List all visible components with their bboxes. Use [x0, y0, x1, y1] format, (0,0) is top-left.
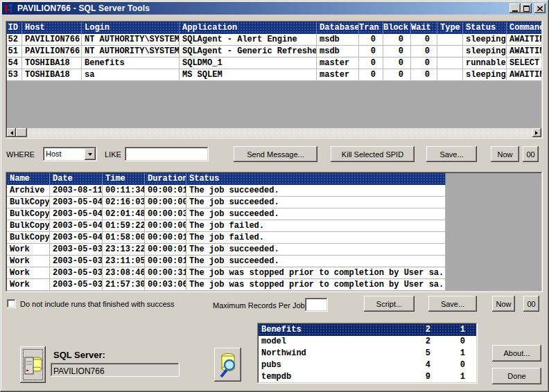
table-row[interactable]: 51PAVILION766NT AUTHORITY\SYSTEMSQLAgent… [7, 46, 541, 57]
app-window: PAVILION766 - SQL Server Tools IDHostLog… [0, 0, 549, 392]
now-refresh-button[interactable]: Now [491, 146, 519, 162]
cell: SELECT [507, 57, 541, 69]
table-row[interactable]: Work2003-05-0321:57:3000:03:06The job wa… [7, 279, 446, 291]
list-item[interactable]: Benefits21 [259, 324, 476, 336]
table-row[interactable]: BulkCopy2003-05-0401:58:0000:00:01The jo… [7, 232, 446, 244]
maximize-button[interactable] [521, 3, 532, 13]
cell: AWAITING COMMAND [507, 34, 541, 46]
cell: 0 [383, 46, 411, 57]
cell: 01:58:00 [103, 232, 145, 244]
database-search-button[interactable] [214, 348, 241, 382]
about-button[interactable]: About... [492, 345, 541, 362]
like-input[interactable] [125, 147, 209, 161]
database-count-2: 0 [439, 336, 465, 347]
scroll-right-button[interactable] [532, 128, 541, 137]
kill-selected-spid-button[interactable]: Kill Selected SPID [331, 146, 415, 162]
close-icon [537, 6, 543, 11]
dropdown-button[interactable] [85, 148, 96, 160]
cell [437, 46, 463, 57]
where-label: WHERE [6, 150, 35, 159]
cell [437, 57, 463, 69]
database-name: model [261, 337, 286, 346]
save-jobs-button[interactable]: Save... [428, 296, 477, 312]
scroll-left-button[interactable] [7, 128, 16, 137]
table-row[interactable]: Work2003-05-0323:13:2200:00:01The job su… [7, 244, 446, 256]
list-item[interactable]: pubs40 [259, 359, 476, 371]
cell: 54 [7, 57, 22, 69]
minimize-button[interactable] [509, 3, 521, 13]
where-field-dropdown[interactable]: Host [43, 147, 97, 161]
sql-server-icon-button[interactable] [20, 346, 46, 383]
server-name-field[interactable] [51, 363, 180, 377]
cell: sleeping [463, 69, 507, 81]
table-row[interactable]: 52PAVILION766NT AUTHORITY\SYSTEMSQLAgent… [7, 34, 541, 46]
cell: NT AUTHORITY\SYSTEM [82, 34, 180, 46]
column-header: Duration [145, 173, 186, 185]
cell: 23:13:22 [103, 244, 145, 256]
titlebar[interactable]: PAVILION766 - SQL Server Tools [2, 2, 547, 15]
exclude-success-checkbox[interactable] [7, 299, 16, 308]
cell: TOSHIBA18 [22, 69, 82, 81]
database-name: tempdb [261, 372, 291, 382]
table-row[interactable]: 54TOSHIBA18BenefitsSQLDMO_1master000runn… [7, 57, 541, 69]
script-button[interactable]: Script... [364, 296, 415, 312]
list-item[interactable]: Northwind51 [259, 348, 476, 359]
database-count-1: 9 [404, 371, 430, 382]
cell: 00:11:34 [103, 185, 145, 197]
table-row[interactable]: Archive2003-08-1100:11:3400:00:01The job… [7, 185, 446, 197]
cell: 00:00:00 [145, 220, 186, 232]
cell: 2003-05-03 [50, 279, 103, 291]
jobs-countdown-box[interactable]: 00 [523, 296, 539, 312]
now-jobs-button[interactable]: Now [492, 296, 515, 312]
table-row[interactable]: BulkCopy2003-05-0402:16:0300:00:00The jo… [7, 197, 446, 208]
database-search-icon [218, 351, 238, 379]
list-item[interactable]: model20 [259, 336, 476, 348]
table-row[interactable]: BulkCopy2003-05-0402:01:4800:00:03The jo… [7, 208, 446, 220]
cell: 23:08:46 [103, 267, 145, 279]
job-history-table: NameDateTimeDurationStatus Archive2003-0… [6, 172, 543, 292]
cell: sleeping [463, 34, 507, 46]
cell: 0 [383, 57, 411, 69]
cell: PAVILION766 [22, 34, 82, 46]
cell: Work [7, 267, 50, 279]
max-records-input[interactable] [305, 298, 328, 312]
save-processes-button[interactable]: Save... [426, 146, 477, 162]
table-row[interactable]: Work2003-05-0323:11:0500:00:01The job su… [7, 256, 446, 267]
job-history-header: NameDateTimeDurationStatus [7, 173, 446, 185]
column-header: Tran [359, 22, 383, 34]
column-header: Name [7, 173, 50, 185]
cell: 2003-05-03 [50, 244, 103, 256]
database-list-rows: Benefits21model20Northwind51pubs40tempdb… [259, 324, 476, 382]
done-button[interactable]: Done [492, 368, 541, 384]
scrollbar-thumb[interactable] [16, 128, 27, 137]
refresh-countdown-box[interactable]: 00 [523, 146, 539, 162]
horizontal-scrollbar[interactable] [7, 128, 541, 137]
cell: sleeping [463, 46, 507, 57]
cell: Archive [7, 185, 50, 197]
cell: BulkCopy [7, 220, 50, 232]
cell: 00:03:06 [145, 279, 186, 291]
database-count-2: 1 [439, 324, 465, 335]
cell: BulkCopy [7, 232, 50, 244]
process-table-header: IDHostLoginApplicationDatabaseTranBlockW… [7, 22, 541, 34]
scrollbar-track[interactable] [27, 128, 532, 137]
cell: MS SQLEM [180, 69, 317, 81]
list-item[interactable]: tempdb91 [259, 371, 476, 382]
table-row[interactable]: Work2003-05-0323:08:4600:00:31The job wa… [7, 267, 446, 279]
column-header: Login [82, 22, 180, 34]
close-button[interactable] [534, 3, 546, 13]
cell: 21:57:30 [103, 279, 145, 291]
cell: 2003-05-04 [50, 232, 103, 244]
cell: The job was stopped prior to completion … [186, 267, 446, 279]
table-row[interactable]: BulkCopy2003-05-0401:59:2200:00:00The jo… [7, 220, 446, 232]
cell: The job succeeded. [186, 208, 446, 220]
cell: The job succeeded. [186, 185, 446, 197]
cell: master [317, 69, 359, 81]
table-row[interactable]: 53TOSHIBA18saMS SQLEMmaster000sleepingAW… [7, 69, 541, 81]
exclude-success-label: Do not include runs that finished with s… [20, 300, 175, 308]
send-message-button[interactable]: Send Message... [234, 146, 317, 162]
database-count-1: 4 [404, 359, 430, 371]
arrow-left-icon [8, 131, 13, 135]
cell: 0 [383, 34, 411, 46]
column-header: Type [437, 22, 463, 34]
